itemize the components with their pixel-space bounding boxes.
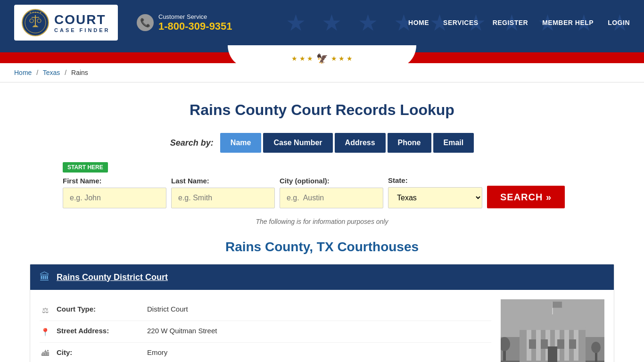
breadcrumb-sep-2: /	[65, 69, 66, 76]
breadcrumb-sep-1: /	[36, 69, 38, 76]
court-type-value: District Court	[147, 305, 188, 313]
street-address-value: 220 W Quitman Street	[147, 327, 217, 335]
svg-rect-28	[548, 346, 557, 362]
courthouse-header: 🏛 Rains County District Court	[30, 264, 614, 290]
courthouse-body: ⚖ Court Type: District Court 📍 Street Ad…	[30, 290, 614, 362]
info-note: The following is for information purpose…	[30, 218, 614, 225]
tab-case-number[interactable]: Case Number	[263, 133, 332, 153]
cs-phone-number: 1-800-309-9351	[158, 20, 232, 33]
last-name-label: Last Name:	[171, 177, 275, 185]
page-title: Rains County Court Records Lookup	[30, 101, 614, 119]
svg-rect-17	[564, 330, 569, 361]
main-content: Rains County Court Records Lookup Search…	[16, 82, 628, 362]
svg-rect-7	[33, 25, 37, 26]
svg-rect-23	[553, 302, 562, 308]
courthouse-details: ⚖ Court Type: District Court 📍 Street Ad…	[40, 299, 491, 362]
svg-rect-14	[536, 330, 541, 361]
last-name-input[interactable]	[171, 188, 275, 208]
search-form: First Name: Last Name: City (optional): …	[63, 176, 581, 208]
logo[interactable]: ★ ★ ★ ★ ★ COURT CASE FINDER	[14, 5, 118, 41]
court-type-label: Court Type:	[57, 305, 141, 313]
city-icon: 🏙	[40, 349, 51, 358]
first-name-group: First Name:	[63, 177, 166, 208]
logo-text: COURT CASE FINDER	[54, 12, 110, 33]
tab-name[interactable]: Name	[220, 133, 262, 153]
eagle-icon: 🦅	[316, 53, 328, 64]
logo-case-finder-text: CASE FINDER	[54, 27, 110, 33]
logo-emblem-icon: ★ ★ ★ ★ ★	[21, 8, 50, 37]
cs-label: Customer Service	[158, 13, 232, 20]
nav-services[interactable]: SERVICES	[443, 19, 479, 26]
nav-register[interactable]: REGISTER	[493, 19, 528, 26]
svg-rect-26	[557, 339, 564, 349]
arch-banner: ★ ★ ★ 🦅 ★ ★ ★	[0, 45, 644, 59]
city-row-label: City:	[57, 348, 141, 356]
logo-court-text: COURT	[54, 12, 110, 27]
last-name-group: Last Name:	[171, 177, 275, 208]
courthouse-image	[501, 299, 604, 362]
courthouses-title: Rains County, TX Courthouses	[30, 239, 614, 255]
site-header: ★ ★ ★ ★ ★ ★ ★ ★ ★ ★ ★ ★ ★ ★ ★ COURT CASE…	[0, 0, 644, 45]
courthouse-name[interactable]: Rains County District Court	[57, 272, 168, 282]
court-type-row: ⚖ Court Type: District Court	[40, 299, 491, 321]
svg-rect-27	[569, 339, 576, 349]
location-icon: 📍	[40, 328, 51, 337]
phone-icon: 📞	[137, 14, 154, 31]
breadcrumb-current: Rains	[71, 69, 88, 76]
search-section: Search by: Name Case Number Address Phon…	[30, 133, 614, 225]
svg-rect-25	[541, 339, 548, 349]
courthouse-building-svg	[501, 299, 604, 362]
tab-address[interactable]: Address	[335, 133, 386, 153]
state-label: State:	[388, 176, 482, 184]
courthouse-card: 🏛 Rains County District Court ⚖ Court Ty…	[30, 264, 614, 362]
arch-inner: ★ ★ ★ 🦅 ★ ★ ★	[228, 45, 416, 69]
city-label: City (optional):	[280, 177, 383, 185]
nav-login[interactable]: LOGIN	[608, 19, 630, 26]
first-name-input[interactable]	[63, 188, 166, 208]
tab-phone[interactable]: Phone	[388, 133, 431, 153]
gavel-icon: ⚖	[40, 306, 51, 315]
city-input[interactable]	[280, 188, 383, 208]
arch-stars-left: ★ ★ ★	[291, 55, 314, 62]
search-by-row: Search by: Name Case Number Address Phon…	[30, 133, 614, 153]
customer-service: 📞 Customer Service 1-800-309-9351	[137, 13, 232, 33]
svg-rect-4	[32, 17, 39, 18]
svg-text:★ ★ ★ ★ ★: ★ ★ ★ ★ ★	[29, 11, 42, 14]
city-row: 🏙 City: Emory	[40, 343, 491, 362]
courthouse-building-icon: 🏛	[40, 271, 50, 283]
search-by-label: Search by:	[170, 138, 214, 148]
street-address-row: 📍 Street Address: 220 W Quitman Street	[40, 321, 491, 343]
state-group: State: Texas Alabama Alaska Arizona Arka…	[388, 176, 482, 208]
nav-member-help[interactable]: MEMBER HELP	[542, 19, 594, 26]
arch-stars-right: ★ ★ ★	[331, 55, 353, 62]
cs-text-group: Customer Service 1-800-309-9351	[158, 13, 232, 33]
search-button[interactable]: SEARCH »	[487, 186, 565, 208]
city-row-value: Emory	[147, 348, 167, 356]
svg-rect-8	[33, 26, 38, 27]
svg-rect-24	[529, 339, 536, 349]
svg-point-32	[591, 342, 601, 353]
state-select[interactable]: Texas Alabama Alaska Arizona Arkansas Ca…	[388, 187, 482, 208]
street-address-label: Street Address:	[57, 327, 141, 335]
breadcrumb-texas[interactable]: Texas	[43, 69, 60, 76]
nav-home[interactable]: HOME	[408, 19, 429, 26]
first-name-label: First Name:	[63, 177, 166, 185]
city-group: City (optional):	[280, 177, 383, 208]
start-here-badge: START HERE	[63, 162, 108, 173]
tab-email[interactable]: Email	[433, 133, 474, 153]
main-nav: HOME SERVICES REGISTER MEMBER HELP LOGIN	[408, 19, 630, 26]
breadcrumb-home[interactable]: Home	[14, 69, 32, 76]
svg-rect-3	[35, 15, 36, 26]
